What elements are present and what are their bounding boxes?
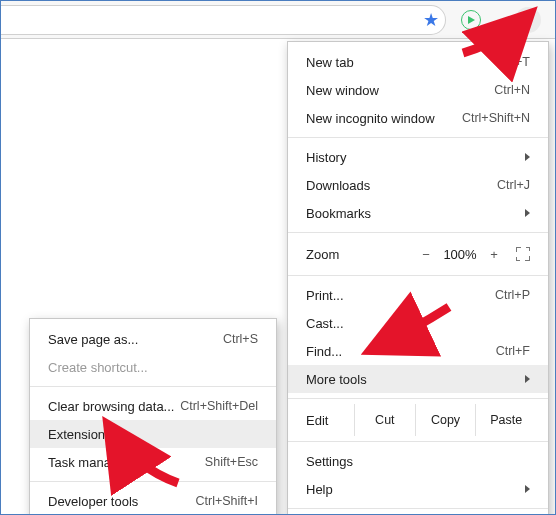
submenu-clear-data[interactable]: Clear browsing data... Ctrl+Shift+Del	[30, 392, 276, 420]
menu-settings[interactable]: Settings	[288, 447, 548, 475]
submenu-extensions[interactable]: Extensions	[30, 420, 276, 448]
edit-paste-button[interactable]: Paste	[475, 404, 536, 436]
more-tools-submenu: Save page as... Ctrl+S Create shortcut..…	[29, 318, 277, 515]
chevron-right-icon	[525, 153, 530, 161]
submenu-dev-tools[interactable]: Developer tools Ctrl+Shift+I	[30, 487, 276, 515]
menu-print[interactable]: Print... Ctrl+P	[288, 281, 548, 309]
fullscreen-icon[interactable]	[516, 247, 530, 261]
extension-play-icon[interactable]	[461, 10, 481, 30]
chevron-right-icon	[525, 375, 530, 383]
separator	[30, 386, 276, 387]
browser-toolbar: ★ ⋮	[1, 1, 555, 39]
edit-copy-button[interactable]: Copy	[415, 404, 476, 436]
submenu-save-page[interactable]: Save page as... Ctrl+S	[30, 325, 276, 353]
separator	[288, 508, 548, 509]
menu-downloads[interactable]: Downloads Ctrl+J	[288, 171, 548, 199]
chevron-right-icon	[525, 209, 530, 217]
svg-marker-0	[468, 16, 475, 24]
separator	[30, 481, 276, 482]
separator	[288, 441, 548, 442]
menu-new-window[interactable]: New window Ctrl+N	[288, 76, 548, 104]
menu-more-tools[interactable]: More tools	[288, 365, 548, 393]
separator	[288, 232, 548, 233]
menu-history[interactable]: History	[288, 143, 548, 171]
separator	[288, 398, 548, 399]
zoom-out-button[interactable]: −	[414, 247, 438, 262]
menu-cast[interactable]: Cast...	[288, 309, 548, 337]
menu-bookmarks[interactable]: Bookmarks	[288, 199, 548, 227]
zoom-value: 100%	[438, 247, 482, 262]
menu-new-tab[interactable]: New tab Ctrl+T	[288, 48, 548, 76]
separator	[288, 275, 548, 276]
menu-help[interactable]: Help	[288, 475, 548, 503]
separator	[288, 137, 548, 138]
submenu-task-manager[interactable]: Task manager Shift+Esc	[30, 448, 276, 476]
menu-incognito[interactable]: New incognito window Ctrl+Shift+N	[288, 104, 548, 132]
chrome-menu-button[interactable]: ⋮	[515, 7, 541, 33]
submenu-create-shortcut: Create shortcut...	[30, 353, 276, 381]
zoom-in-button[interactable]: +	[482, 247, 506, 262]
menu-find[interactable]: Find... Ctrl+F	[288, 337, 548, 365]
menu-zoom: Zoom − 100% +	[288, 238, 548, 270]
omnibox[interactable]: ★	[1, 5, 446, 35]
chrome-main-menu: New tab Ctrl+T New window Ctrl+N New inc…	[287, 41, 549, 515]
bookmark-star-icon[interactable]: ★	[423, 9, 439, 31]
chevron-right-icon	[525, 485, 530, 493]
edit-cut-button[interactable]: Cut	[354, 404, 415, 436]
menu-edit: Edit Cut Copy Paste	[288, 404, 548, 436]
